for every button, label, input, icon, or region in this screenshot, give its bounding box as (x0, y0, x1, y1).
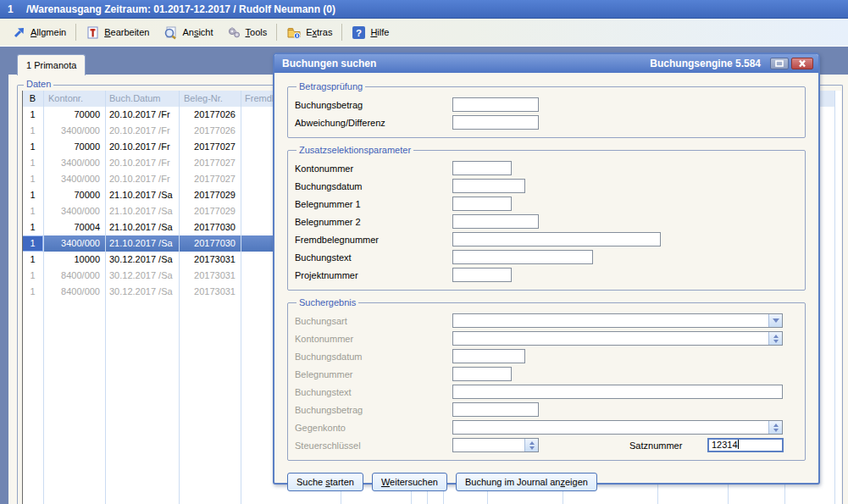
belegnummer-2-input[interactable] (452, 214, 539, 229)
suche-starten-button[interactable]: Suche starten (287, 473, 363, 491)
cell-belegnr: 20177030 (179, 219, 241, 235)
ergebnis-kontonummer-input[interactable] (452, 331, 783, 346)
window-titlebar: 1 /Warenausgang Zeitraum: 01.2017-12.201… (0, 0, 848, 19)
ergebnis-buchungsbetrag-input[interactable] (452, 402, 539, 417)
menu-item-bearbeiten[interactable]: Bearbeiten (79, 22, 156, 42)
cell-kontonr: 70000 (43, 139, 105, 155)
buchungsdatum-input[interactable] (452, 179, 525, 193)
ergebnis-buchungstext-input[interactable] (452, 385, 783, 399)
projektnummer-input[interactable] (452, 268, 512, 282)
cell-buchdatum: 21.10.2017 /Sa (105, 187, 179, 203)
restore-button[interactable] (770, 58, 789, 69)
menu-item-extras[interactable]: Extras (280, 22, 339, 42)
menu-item-allgmein[interactable]: Allgmein (5, 22, 73, 42)
tab-primanota[interactable]: 1 Primanota (17, 54, 86, 75)
cell-kontonr: 10000 (43, 252, 105, 268)
dropdown-button[interactable] (768, 314, 782, 327)
group-zusatz-label: Zusatzselektionsparameter (297, 145, 413, 155)
cell-belegnr: 20177030 (179, 235, 241, 252)
ergebnis-buchungsdatum-input[interactable] (452, 349, 525, 363)
chevron-down-icon (773, 318, 779, 323)
cell-belegnr: 20177026 (179, 107, 241, 123)
column-header-belegnr[interactable]: Beleg-Nr. (179, 91, 241, 107)
cell-b: 1 (22, 123, 43, 139)
steuerschluessel-input[interactable] (452, 438, 539, 452)
menu-item-ansicht[interactable]: Ansicht (156, 22, 219, 42)
spinner-down-icon (773, 429, 779, 432)
column-header-b[interactable]: B (22, 91, 43, 107)
extras-icon (286, 25, 302, 40)
cell-b: 1 (22, 107, 43, 123)
buchung-im-journal-anzeigen-button[interactable]: Buchung im Journal anzeigen (456, 473, 597, 491)
ergebnis-belegnummer-input[interactable] (452, 367, 512, 381)
cell-kontonr: 3400/000 (43, 203, 105, 219)
gegenkonto-input[interactable] (452, 420, 783, 435)
close-button[interactable] (791, 58, 813, 69)
field-label-satznummer: Satznummer (629, 440, 707, 451)
spinner-button[interactable] (768, 332, 782, 345)
cell-buchdatum: 20.10.2017 /Fr (105, 155, 179, 171)
cell-buchdatum: 21.10.2017 /Sa (105, 219, 179, 235)
field-label-projektnummer: Projektnummer (295, 270, 452, 280)
cell-buchdatum: 20.10.2017 /Fr (105, 171, 179, 187)
spinner-button[interactable] (768, 421, 782, 434)
field-label-buchungsdatum: Buchungsdatum (295, 181, 452, 191)
grid-line (179, 91, 180, 504)
cell-buchdatum: 30.12.2017 /Sa (105, 284, 179, 300)
menu-item-tools[interactable]: Tools (220, 22, 274, 42)
window-index: 1 (8, 3, 26, 15)
grid-line (43, 91, 44, 504)
cell-belegnr: 20173031 (179, 284, 241, 300)
field-label-steuerschluessel: Steuerschlüssel (295, 440, 452, 451)
help-icon: ? (352, 25, 366, 40)
dialog-engine-version: Buchungsengine 5.584 (650, 58, 761, 69)
field-label-buchungsbetrag: Buchungsbetrag (295, 100, 452, 110)
abweichung-differenz-input[interactable] (452, 115, 539, 130)
cell-belegnr: 20177026 (179, 123, 241, 139)
group-betragspruefung: Betragsprüfung Buchungsbetrag Abweichung… (287, 81, 806, 138)
spinner-down-icon (529, 446, 535, 450)
group-zusatzselektionsparameter: Zusatzselektionsparameter Kontonummer Bu… (287, 145, 806, 291)
cell-belegnr: 20177027 (179, 139, 241, 155)
cell-b: 1 (22, 139, 43, 155)
cell-b: 1 (22, 187, 43, 203)
group-suchergebnis-label: Suchergebnis (297, 297, 358, 307)
dialog-buchungen-suchen: Buchungen suchen Buchungsengine 5.584 Be… (273, 53, 820, 485)
window-title: /Warenausgang Zeitraum: 01.2017-12.2017 … (26, 3, 335, 15)
satznummer-input[interactable]: 12314 (707, 438, 784, 452)
cell-buchdatum: 30.12.2017 /Sa (105, 268, 179, 284)
cell-kontonr: 3400/000 (43, 155, 105, 171)
cell-kontonr: 8400/000 (43, 284, 105, 300)
column-header-kontonr[interactable]: Kontonr. (43, 91, 105, 107)
group-suchergebnis: Suchergebnis Buchungsart Kontonummer Buc… (287, 297, 806, 461)
cell-belegnr: 20173031 (179, 252, 241, 268)
grid-line (241, 91, 241, 504)
cell-kontonr: 8400/000 (43, 268, 105, 284)
weitersuchen-button[interactable]: Weitersuchen (372, 473, 447, 491)
buchungsbetrag-input[interactable] (452, 97, 539, 112)
cell-kontonr: 70004 (43, 219, 105, 235)
cell-buchdatum: 20.10.2017 /Fr (105, 123, 179, 139)
cell-kontonr: 70000 (43, 107, 105, 123)
buchungstext-input[interactable] (452, 250, 593, 264)
belegnummer-1-input[interactable] (452, 197, 512, 211)
cell-b: 1 (22, 235, 43, 252)
fremdbelegnummer-input[interactable] (452, 232, 661, 246)
column-header-buchdatum[interactable]: Buch.Datum (105, 91, 179, 107)
text-caret (738, 440, 739, 449)
buchungsart-combobox[interactable] (452, 313, 783, 328)
daten-group-label: Daten (24, 79, 53, 89)
menu-bar: Allgmein Bearbeiten Ansicht Tools Extras… (0, 19, 848, 47)
field-label-ergebnis-buchungstext: Buchungstext (295, 387, 452, 397)
cell-b: 1 (22, 219, 43, 235)
field-label-ergebnis-buchungsdatum: Buchungsdatum (295, 352, 452, 362)
cell-belegnr: 20177027 (179, 171, 241, 187)
cell-kontonr: 3400/000 (43, 235, 105, 252)
spinner-button[interactable] (524, 439, 538, 451)
field-label-buchungstext: Buchungstext (295, 252, 452, 263)
kontonummer-input[interactable] (452, 161, 512, 175)
dialog-titlebar[interactable]: Buchungen suchen Buchungsengine 5.584 (274, 54, 818, 73)
field-label-gegenkonto: Gegenkonto (295, 423, 452, 433)
cell-b: 1 (22, 268, 43, 284)
menu-item-hilfe[interactable]: ? Hilfe (345, 22, 396, 42)
